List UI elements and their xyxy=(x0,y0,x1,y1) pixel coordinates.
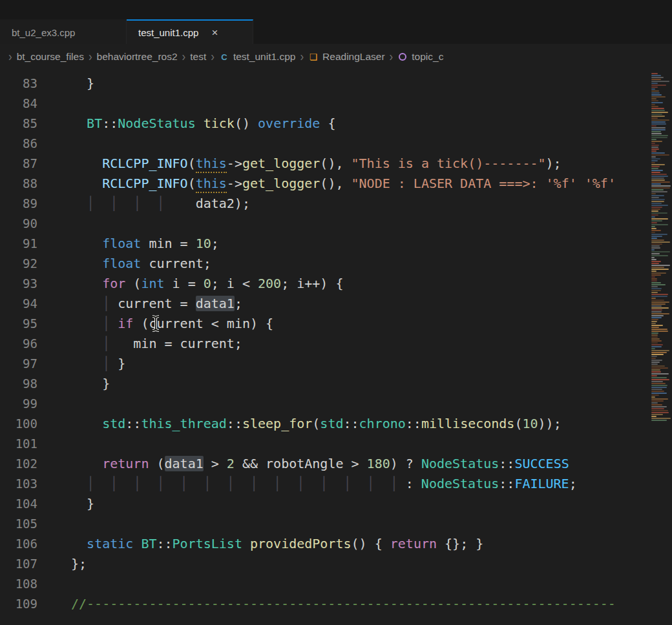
code-line[interactable]: 101 xyxy=(0,434,650,454)
minimap-line xyxy=(651,160,658,161)
line-number[interactable]: 104 xyxy=(0,494,37,514)
line-number[interactable]: 97 xyxy=(0,354,37,374)
breadcrumb-item-ReadingLaser[interactable]: ❏ReadingLaser xyxy=(308,51,385,63)
line-number[interactable]: 103 xyxy=(0,474,37,494)
code-line[interactable]: 104 } xyxy=(0,494,650,514)
minimap-line xyxy=(651,125,656,127)
line-number[interactable]: 107 xyxy=(0,554,37,574)
minimap-line xyxy=(651,102,663,103)
line-number[interactable]: 90 xyxy=(0,214,37,234)
code-line[interactable]: 83 } xyxy=(0,74,650,94)
code-line[interactable]: 92 float current; xyxy=(0,254,650,274)
minimap-line xyxy=(651,391,664,392)
highlighted-occurrence: data1 xyxy=(196,296,235,311)
minimap-line xyxy=(651,321,657,322)
code-line[interactable]: 100 std::this_thread::sleep_for(std::chr… xyxy=(0,414,650,434)
minimap-line xyxy=(651,241,670,243)
code-editor[interactable]: 83 }8485 BT::NodeStatus tick() override … xyxy=(0,70,650,625)
line-number[interactable]: 100 xyxy=(0,414,37,434)
code-line[interactable]: 94 │ current = data1; xyxy=(0,294,650,314)
minimap-line xyxy=(651,170,663,171)
code-line[interactable]: 105 xyxy=(0,514,650,534)
line-number[interactable]: 93 xyxy=(0,274,37,294)
code-line[interactable]: 91 float min = 10; xyxy=(0,234,650,254)
code-line[interactable]: 97 │ } xyxy=(0,354,650,374)
line-number[interactable]: 94 xyxy=(0,294,37,314)
line-number[interactable]: 92 xyxy=(0,254,37,274)
code-line[interactable]: 89 │ │ │ │ data2); xyxy=(0,194,650,214)
line-number[interactable]: 101 xyxy=(0,434,37,454)
line-number[interactable]: 108 xyxy=(0,574,37,594)
code-line[interactable]: 85 BT::NodeStatus tick() override { xyxy=(0,114,650,134)
minimap-line xyxy=(651,108,664,109)
breadcrumb-item-behaviortree_ros2[interactable]: behaviortree_ros2 xyxy=(97,51,178,63)
minimap-line xyxy=(651,147,658,148)
minimap-line xyxy=(651,149,659,150)
line-number[interactable]: 109 xyxy=(0,594,37,614)
minimap-line xyxy=(651,162,655,163)
code-line[interactable]: 98 } xyxy=(0,374,650,394)
cpp-file-icon: C xyxy=(219,52,229,62)
line-number[interactable]: 83 xyxy=(0,74,37,94)
line-number[interactable]: 86 xyxy=(0,134,37,154)
minimap[interactable] xyxy=(650,70,672,625)
minimap-line xyxy=(651,253,660,254)
minimap-line xyxy=(651,240,664,241)
tab-test_unit1[interactable]: test_unit1.cpp × xyxy=(127,19,253,44)
code-line[interactable]: 109//-----------------------------------… xyxy=(0,594,650,614)
minimap-line xyxy=(651,96,666,97)
line-number[interactable]: 106 xyxy=(0,534,37,554)
minimap-line xyxy=(651,176,668,177)
code-line[interactable]: 95 │ if (current < min) { xyxy=(0,314,650,334)
minimap-line xyxy=(651,313,669,314)
code-line[interactable]: 102 return (data1 > 2 && robotAngle > 18… xyxy=(0,454,650,474)
close-tab-icon[interactable]: × xyxy=(211,27,218,38)
minimap-line xyxy=(651,404,662,405)
line-number[interactable]: 102 xyxy=(0,454,37,474)
line-number[interactable]: 98 xyxy=(0,374,37,394)
line-number[interactable]: 84 xyxy=(0,94,37,114)
minimap-line xyxy=(651,362,660,363)
minimap-line xyxy=(651,88,655,90)
minimap-line xyxy=(651,381,663,382)
line-number[interactable]: 105 xyxy=(0,514,37,534)
minimap-line xyxy=(651,205,668,206)
line-number[interactable]: 88 xyxy=(0,174,37,194)
code-line[interactable]: 90 xyxy=(0,214,650,234)
line-number[interactable]: 89 xyxy=(0,194,37,214)
minimap-line xyxy=(651,73,658,74)
minimap-line xyxy=(651,207,662,208)
breadcrumb-item-test_unit1_cpp[interactable]: Ctest_unit1.cpp xyxy=(219,51,296,63)
line-number[interactable]: 85 xyxy=(0,114,37,134)
minimap-line xyxy=(651,129,666,130)
minimap-line xyxy=(651,201,664,202)
code-line[interactable]: 84 xyxy=(0,94,650,114)
code-line[interactable]: 99 xyxy=(0,394,650,414)
code-line-content xyxy=(37,214,71,234)
code-lines: 83 }8485 BT::NodeStatus tick() override … xyxy=(0,70,650,614)
line-number[interactable]: 87 xyxy=(0,154,37,174)
breadcrumb-item-topic_c[interactable]: topic_c xyxy=(397,51,443,63)
code-line[interactable]: 93 for (int i = 0; i < 200; i++) { xyxy=(0,274,650,294)
code-line[interactable]: 107}; xyxy=(0,554,650,574)
code-line-content: │ min = current; xyxy=(37,334,242,354)
code-line-content: RCLCPP_INFO(this->get_logger(), "This is… xyxy=(37,154,562,174)
line-number[interactable]: 91 xyxy=(0,234,37,254)
code-line[interactable]: 103 │ │ │ │ │ │ │ │ │ │ │ │ │ │ : NodeSt… xyxy=(0,474,650,494)
tab-bt_u2_ex3[interactable]: bt_u2_ex3.cpp xyxy=(0,19,127,44)
code-line[interactable]: 96 │ min = current; xyxy=(0,334,650,354)
breadcrumb-item-test[interactable]: test xyxy=(190,51,206,63)
minimap-line xyxy=(651,203,662,204)
code-line[interactable]: 88 RCLCPP_INFO(this->get_logger(), "NODE… xyxy=(0,174,650,194)
line-number[interactable]: 95 xyxy=(0,314,37,334)
minimap-line xyxy=(651,416,656,417)
code-line[interactable]: 106 static BT::PortsList providedPorts()… xyxy=(0,534,650,554)
code-line[interactable]: 108 xyxy=(0,574,650,594)
line-number[interactable]: 96 xyxy=(0,334,37,354)
line-number[interactable]: 99 xyxy=(0,394,37,414)
minimap-line xyxy=(651,232,655,233)
minimap-line xyxy=(651,303,666,305)
code-line[interactable]: 87 RCLCPP_INFO(this->get_logger(), "This… xyxy=(0,154,650,174)
breadcrumb-item-bt_course_files[interactable]: bt_course_files xyxy=(17,51,84,63)
code-line[interactable]: 86 xyxy=(0,134,650,154)
